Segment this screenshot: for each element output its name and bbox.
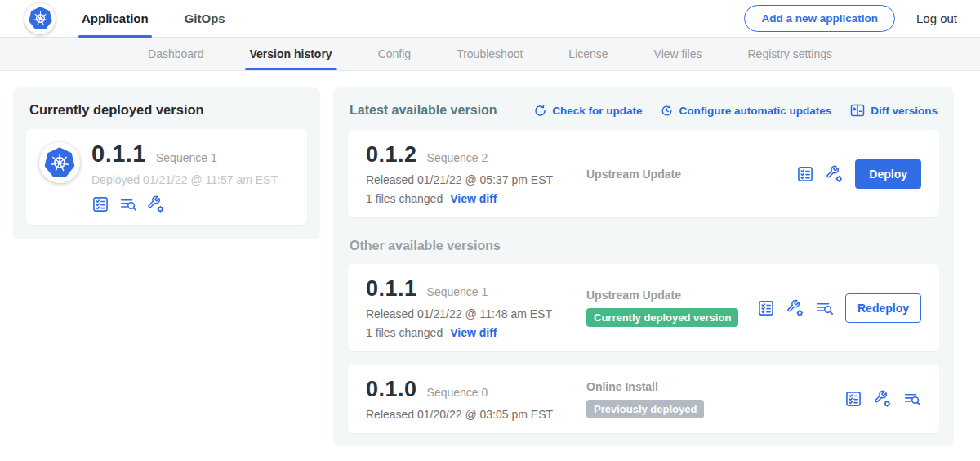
diff-icon [849, 102, 866, 119]
version-source-label: Upstream Update [586, 289, 749, 302]
deploy-logs-icon[interactable] [119, 195, 137, 213]
redeploy-button[interactable]: Redeploy [845, 293, 921, 323]
released-timestamp: Released 01/21/22 @ 11:48 am EST [366, 307, 577, 320]
version-source-label: Upstream Update [586, 168, 788, 181]
version-row-0-1-0: 0.1.0 Sequence 0 Released 01/20/22 @ 03:… [348, 365, 939, 433]
preflight-checks-icon[interactable] [147, 195, 165, 213]
tab-application[interactable]: Application [78, 0, 152, 37]
version-number: 0.1.2 [366, 142, 417, 168]
deployed-version-number: 0.1.1 [91, 141, 146, 168]
subnav-version-history[interactable]: Version history [250, 38, 332, 70]
deployed-version-card: 0.1.1 Sequence 1 Deployed 01/21/22 @ 11:… [26, 129, 307, 225]
previously-deployed-badge: Previously deployed [586, 400, 704, 418]
view-diff-link[interactable]: View diff [450, 326, 497, 339]
app-tabs: Application GitOps [78, 0, 229, 37]
release-notes-icon[interactable] [844, 390, 862, 408]
schedule-update-icon [660, 104, 674, 118]
subnav-troubleshoot[interactable]: Troubleshoot [457, 38, 523, 70]
diff-versions-link[interactable]: Diff versions [849, 102, 938, 119]
subnav-registry-settings[interactable]: Registry settings [748, 38, 832, 70]
files-changed-label: 1 files changed [366, 326, 443, 339]
app-sub-nav: Dashboard Version history Config Trouble… [0, 38, 980, 71]
currently-deployed-title: Currently deployed version [29, 102, 307, 118]
add-new-application-button[interactable]: Add a new application [744, 5, 895, 32]
release-notes-icon[interactable] [796, 165, 814, 183]
files-changed-label: 1 files changed [366, 192, 443, 205]
check-for-update-link[interactable]: Check for update [533, 104, 642, 118]
preflight-checks-icon[interactable] [786, 299, 804, 317]
deploy-logs-icon[interactable] [816, 299, 834, 317]
version-row-0-1-2: 0.1.2 Sequence 2 Released 01/21/22 @ 05:… [348, 130, 939, 217]
subnav-dashboard[interactable]: Dashboard [148, 38, 204, 70]
deploy-logs-icon[interactable] [903, 390, 921, 408]
sequence-label: Sequence 0 [427, 386, 488, 399]
tab-gitops[interactable]: GitOps [181, 0, 229, 37]
subnav-license[interactable]: License [568, 38, 608, 70]
version-row-0-1-1: 0.1.1 Sequence 1 Released 01/21/22 @ 11:… [348, 264, 939, 351]
deployed-timestamp: Deployed 01/21/22 @ 11:57 am EST [91, 173, 278, 186]
released-timestamp: Released 01/20/22 @ 03:05 pm EST [366, 408, 577, 421]
currently-deployed-panel: Currently deployed version 0.1.1 Sequenc… [13, 87, 320, 239]
sequence-label: Sequence 2 [427, 151, 488, 164]
main-content: Currently deployed version 0.1.1 Sequenc… [0, 71, 980, 446]
configure-automatic-updates-link[interactable]: Configure automatic updates [660, 104, 831, 118]
app-icon [39, 142, 80, 183]
subnav-config[interactable]: Config [378, 38, 411, 70]
preflight-checks-icon[interactable] [826, 165, 844, 183]
version-number: 0.1.0 [366, 377, 417, 402]
log-out-link[interactable]: Log out [916, 11, 957, 25]
other-available-versions-title: Other available versions [350, 239, 938, 253]
kubernetes-logo [24, 3, 56, 34]
release-notes-icon[interactable] [91, 195, 109, 213]
version-number: 0.1.1 [366, 276, 417, 302]
preflight-checks-icon[interactable] [874, 390, 892, 408]
refresh-icon [533, 104, 547, 118]
deployed-sequence-label: Sequence 1 [156, 151, 217, 164]
latest-available-title: Latest available version [350, 103, 497, 118]
top-nav: Application GitOps Add a new application… [0, 0, 980, 38]
subnav-view-files[interactable]: View files [654, 38, 702, 70]
version-history-panel: Latest available version Check for updat… [333, 87, 954, 446]
currently-deployed-badge: Currently deployed version [586, 308, 738, 327]
release-notes-icon[interactable] [757, 299, 775, 317]
released-timestamp: Released 01/21/22 @ 05:37 pm EST [366, 173, 577, 186]
view-diff-link[interactable]: View diff [450, 192, 497, 205]
deploy-button[interactable]: Deploy [855, 159, 921, 189]
sequence-label: Sequence 1 [427, 285, 488, 298]
version-source-label: Online Install [586, 380, 836, 393]
